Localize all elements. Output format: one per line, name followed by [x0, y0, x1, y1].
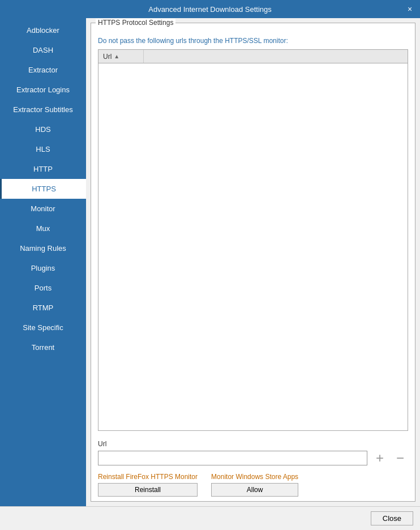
main-panel: HTTPS Protocol Settings Do not pass the …	[86, 18, 420, 506]
titlebar: Advanced Internet Download Settings ×	[0, 0, 420, 18]
footer: Close	[0, 506, 420, 530]
https-group-box: HTTPS Protocol Settings Do not pass the …	[91, 23, 415, 502]
allow-button[interactable]: Allow	[211, 483, 298, 497]
add-url-button[interactable]: +	[372, 450, 388, 466]
sidebar-item-site-specific[interactable]: Site Specific	[0, 318, 86, 337]
monitor-store-label: Monitor Windows Store Apps	[211, 473, 298, 481]
url-input-label: Url	[98, 440, 408, 448]
sidebar-item-hds[interactable]: HDS	[0, 119, 86, 139]
sort-arrow-icon: ▲	[114, 53, 119, 59]
sidebar-item-mux[interactable]: Mux	[0, 219, 86, 238]
sidebar-item-extractor-subtitles[interactable]: Extractor Subtitles	[0, 100, 86, 119]
monitor-store-section: Monitor Windows Store Apps Allow	[211, 473, 298, 497]
monitor-actions: Reinstall FireFox HTTPS Monitor Reinstal…	[98, 473, 408, 497]
sidebar: AdblockerDASHExtractorExtractor LoginsEx…	[0, 18, 86, 506]
reinstall-button[interactable]: Reinstall	[98, 483, 198, 497]
sidebar-item-torrent[interactable]: Torrent	[0, 337, 86, 357]
sidebar-item-adblocker[interactable]: Adblocker	[0, 20, 86, 40]
url-table-header: Url ▲	[98, 50, 408, 63]
sidebar-item-extractor-logins[interactable]: Extractor Logins	[0, 80, 86, 100]
url-table-body[interactable]	[98, 63, 408, 430]
content-area: AdblockerDASHExtractorExtractor LoginsEx…	[0, 18, 420, 506]
window-title: Advanced Internet Download Settings	[148, 5, 272, 14]
close-window-button[interactable]: ×	[404, 3, 415, 15]
description-prefix: Do not pass the following urls through t…	[98, 37, 225, 45]
description-text: Do not pass the following urls through t…	[98, 37, 408, 45]
sidebar-item-extractor[interactable]: Extractor	[0, 60, 86, 80]
sidebar-item-https[interactable]: HTTPS	[0, 179, 86, 199]
remove-url-button[interactable]: −	[392, 450, 408, 466]
sidebar-item-dash[interactable]: DASH	[0, 40, 86, 60]
sidebar-item-rtmp[interactable]: RTMP	[0, 298, 86, 318]
sidebar-item-http[interactable]: HTTP	[0, 159, 86, 179]
reinstall-section: Reinstall FireFox HTTPS Monitor Reinstal…	[98, 473, 198, 497]
group-legend: HTTPS Protocol Settings	[96, 19, 175, 27]
url-column-header[interactable]: Url ▲	[98, 50, 144, 63]
sidebar-item-ports[interactable]: Ports	[0, 278, 86, 298]
sidebar-item-naming-rules[interactable]: Naming Rules	[0, 238, 86, 258]
sidebar-item-monitor[interactable]: Monitor	[0, 199, 86, 219]
group-inner: Do not pass the following urls through t…	[91, 32, 415, 435]
url-input-row: + −	[98, 450, 408, 466]
url-input[interactable]	[98, 451, 367, 465]
close-button[interactable]: Close	[371, 511, 413, 525]
description-link: HTTPS/SSL monitor	[225, 37, 286, 45]
sidebar-item-plugins[interactable]: Plugins	[0, 258, 86, 278]
sidebar-item-hls[interactable]: HLS	[0, 139, 86, 159]
description-suffix: :	[286, 37, 288, 45]
url-table-container: Url ▲	[98, 49, 408, 431]
main-window: Advanced Internet Download Settings × Ad…	[0, 0, 420, 530]
bottom-section: Url + − Reinstall FireFox HTTPS Monitor …	[91, 435, 415, 501]
url-header-label: Url	[103, 53, 112, 61]
reinstall-label: Reinstall FireFox HTTPS Monitor	[98, 473, 198, 481]
